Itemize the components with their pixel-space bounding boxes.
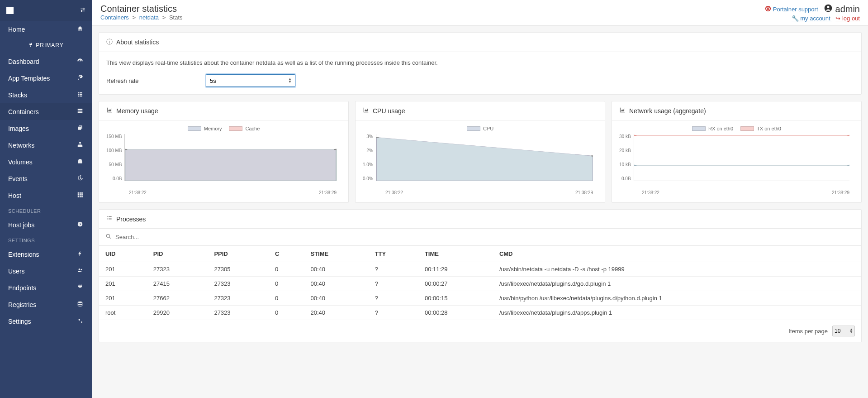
sitemap-icon <box>76 141 84 149</box>
sidebar-item-images[interactable]: Images <box>0 120 92 137</box>
home-icon <box>76 25 84 33</box>
wrench-icon: 🔧 <box>792 15 799 22</box>
svg-point-1 <box>79 269 81 270</box>
sidebar-item-host-jobs[interactable]: Host jobs <box>0 216 92 233</box>
col-pid[interactable]: PID <box>147 246 208 262</box>
collapse-icon[interactable] <box>80 7 86 14</box>
col-stime[interactable]: STIME <box>304 246 368 262</box>
sidebar-item-events[interactable]: Events <box>0 170 92 187</box>
sidebar-item-label: Registries <box>8 301 36 308</box>
info-icon: ⓘ <box>106 38 113 46</box>
sidebar-item-label: Volumes <box>8 158 33 166</box>
cpu-x-axis: 21:38:22 21:38:29 <box>363 190 598 195</box>
svg-point-9 <box>827 6 829 8</box>
memory-panel: Memory usage Memory Cache 150 MB 100 MB … <box>99 101 349 203</box>
bolt-icon <box>76 250 84 258</box>
cpu-title: CPU usage <box>373 107 405 115</box>
svg-marker-13 <box>376 137 593 181</box>
sidebar-item-label: Endpoints <box>8 284 36 292</box>
col-c[interactable]: C <box>269 246 304 262</box>
log-out-link[interactable]: ↪ log out <box>835 15 860 22</box>
col-cmd[interactable]: CMD <box>493 246 861 262</box>
items-per-page-label: Items per page <box>788 328 828 335</box>
chart-icon <box>363 107 369 115</box>
cpu-y-axis: 3% 2% 1.0% 0.0% <box>363 134 376 181</box>
my-account-link[interactable]: 🔧 my account <box>792 15 832 22</box>
main: Container statistics Containers > netdat… <box>92 0 868 398</box>
clone-icon <box>76 125 84 132</box>
sidebar-item-label: Extensions <box>8 251 39 258</box>
list-icon <box>76 91 84 99</box>
col-time[interactable]: TIME <box>418 246 493 262</box>
svg-point-5 <box>81 321 82 323</box>
lifebuoy-icon <box>765 5 771 13</box>
svg-marker-10 <box>125 149 337 181</box>
sidebar-item-extensions[interactable]: Extensions <box>0 246 92 263</box>
network-legend: RX on eth0 TX on eth0 <box>619 126 854 131</box>
network-title: Network usage (aggregate) <box>629 107 706 115</box>
cogs-icon <box>76 317 84 325</box>
sidebar-item-volumes[interactable]: Volumes <box>0 153 92 170</box>
sidebar-item-label: Users <box>8 268 25 275</box>
sidebar-item-home[interactable]: Home <box>0 21 92 38</box>
about-panel: ⓘ About statistics This view displays re… <box>99 32 862 95</box>
sidebar-header <box>0 0 92 21</box>
database-icon <box>76 301 84 308</box>
col-tty[interactable]: TTY <box>369 246 418 262</box>
table-row: 2012732327305000:40?00:11:29/usr/sbin/ne… <box>99 262 861 277</box>
sidebar-primary-label: PRIMARY <box>0 38 92 53</box>
sidebar-item-endpoints[interactable]: Endpoints <box>0 279 92 296</box>
support-link[interactable]: Portainer support <box>765 5 818 13</box>
breadcrumb-current: Stats <box>169 14 183 21</box>
sidebar-item-app-templates[interactable]: App Templates <box>0 70 92 86</box>
memory-x-axis: 21:38:22 21:38:29 <box>106 190 341 195</box>
sidebar-item-host[interactable]: Host <box>0 187 92 204</box>
col-ppid[interactable]: PPID <box>208 246 269 262</box>
sidebar-item-networks[interactable]: Networks <box>0 137 92 153</box>
users-icon <box>76 267 84 275</box>
table-header-row: UID PID PPID C STIME TTY TIME CMD <box>99 246 861 262</box>
sidebar-item-label: Events <box>8 175 28 182</box>
col-uid[interactable]: UID <box>99 246 147 262</box>
user-icon <box>824 4 833 15</box>
sidebar-item-label: Images <box>8 125 29 132</box>
username: admin <box>824 4 860 15</box>
sidebar-section-scheduler: SCHEDULER <box>0 204 92 216</box>
network-x-axis: 21:38:22 21:38:29 <box>619 190 854 195</box>
refresh-rate-select[interactable]: 5s <box>206 74 295 87</box>
breadcrumb-containers[interactable]: Containers <box>100 14 129 21</box>
search-input[interactable] <box>115 234 251 240</box>
sign-out-icon: ↪ <box>835 15 840 22</box>
page-title: Container statistics <box>100 4 183 14</box>
sidebar-section-settings: SETTINGS <box>0 233 92 246</box>
sidebar-item-registries[interactable]: Registries <box>0 296 92 313</box>
svg-point-3 <box>78 302 82 303</box>
sidebar-item-users[interactable]: Users <box>0 263 92 279</box>
memory-y-axis: 150 MB 100 MB 50 MB 0.0B <box>106 134 124 181</box>
cpu-plot <box>376 134 593 181</box>
refresh-rate-label: Refresh rate <box>106 77 206 84</box>
network-panel: Network usage (aggregate) RX on eth0 TX … <box>612 101 862 203</box>
server-icon <box>76 108 84 115</box>
search-icon <box>105 233 112 241</box>
clock-icon <box>76 221 84 229</box>
plug-icon <box>76 284 84 292</box>
breadcrumb: Containers > netdata > Stats <box>100 14 183 21</box>
th-icon <box>76 192 84 199</box>
sidebar-item-settings[interactable]: Settings <box>0 313 92 330</box>
breadcrumb-container-name[interactable]: netdata <box>139 14 159 21</box>
chart-icon <box>619 107 626 115</box>
sidebar: Home PRIMARY Dashboard App Templates Sta… <box>0 0 92 398</box>
about-panel-header: ⓘ About statistics <box>99 33 861 52</box>
sidebar-item-label: Host jobs <box>8 221 34 229</box>
plug-icon <box>28 42 33 48</box>
svg-point-22 <box>106 234 109 237</box>
items-per-page-select[interactable]: 10 <box>832 326 855 336</box>
chart-icon <box>106 107 113 115</box>
memory-legend: Memory Cache <box>106 126 341 131</box>
sidebar-item-label: Stacks <box>8 91 27 99</box>
sidebar-item-stacks[interactable]: Stacks <box>0 86 92 103</box>
sidebar-item-dashboard[interactable]: Dashboard <box>0 53 92 70</box>
sidebar-item-label: Dashboard <box>8 58 39 65</box>
sidebar-item-containers[interactable]: Containers <box>0 103 92 120</box>
